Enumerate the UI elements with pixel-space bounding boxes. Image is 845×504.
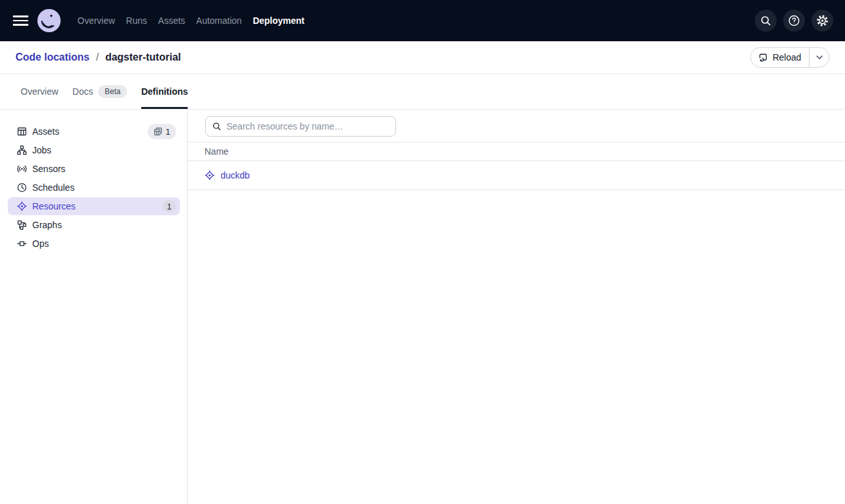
menu-icon[interactable] (13, 13, 28, 28)
nav-link-deployment[interactable]: Deployment (253, 13, 304, 28)
column-header-name: Name (204, 146, 228, 157)
jobs-icon (17, 145, 27, 155)
sidebar-item-label: Resources (32, 201, 75, 211)
sidebar-item-label: Assets (32, 126, 59, 137)
resource-link-duckdb[interactable]: duckdb (221, 170, 250, 180)
breadcrumb-separator: / (96, 52, 99, 63)
chevron-down-icon (816, 55, 823, 60)
content-area: Assets 1 (0, 110, 845, 504)
sidebar-item-graphs[interactable]: Graphs (8, 216, 180, 234)
resource-compass-icon (204, 170, 215, 180)
resources-count-badge: 1 (163, 200, 176, 213)
schedules-clock-icon (17, 182, 27, 193)
beta-badge: Beta (98, 85, 127, 98)
asset-group-icon (154, 127, 163, 136)
sidebar-item-label: Ops (32, 238, 49, 249)
tab-definitions[interactable]: Definitions (141, 74, 188, 109)
sidebar-item-ops[interactable]: Ops (8, 235, 180, 253)
nav-link-overview[interactable]: Overview (77, 13, 115, 28)
location-tabs: Overview Docs Beta Definitions (0, 74, 845, 110)
reload-split-button: Reload (750, 47, 830, 68)
sidebar-item-label: Schedules (32, 182, 74, 193)
tab-docs-label: Docs (72, 86, 93, 97)
breadcrumb-code-locations-link[interactable]: Code locations (15, 52, 90, 63)
breadcrumb: Code locations / dagster-tutorial (15, 52, 181, 63)
graphs-icon (17, 220, 27, 230)
top-nav-actions (755, 10, 833, 32)
sidebar-item-label: Sensors (32, 164, 65, 174)
sidebar-item-resources[interactable]: Resources 1 (8, 197, 180, 215)
assets-count-badge: 1 (148, 124, 176, 139)
table-row[interactable]: duckdb (188, 161, 845, 190)
ops-icon (17, 238, 27, 249)
breadcrumb-current-location: dagster-tutorial (105, 52, 181, 63)
resource-search[interactable] (205, 116, 396, 137)
help-icon[interactable] (783, 10, 805, 32)
reload-button[interactable]: Reload (751, 48, 809, 67)
reload-button-label: Reload (773, 52, 801, 63)
resources-panel: Name duckdb (188, 110, 845, 504)
search-icon (212, 122, 221, 131)
sidebar-item-assets[interactable]: Assets 1 (8, 122, 180, 141)
sidebar-item-label: Jobs (32, 145, 52, 155)
assets-table-icon (17, 126, 27, 137)
assets-count: 1 (166, 127, 170, 137)
sidebar-item-jobs[interactable]: Jobs (8, 141, 180, 159)
nav-link-assets[interactable]: Assets (158, 13, 185, 28)
reload-options-dropdown[interactable] (810, 48, 829, 67)
page-header: Code locations / dagster-tutorial Reload (0, 41, 845, 74)
definitions-sidebar: Assets 1 (0, 110, 188, 504)
top-nav-links: Overview Runs Assets Automation Deployme… (77, 13, 304, 28)
nav-link-automation[interactable]: Automation (196, 13, 242, 28)
search-icon[interactable] (755, 10, 777, 32)
search-input[interactable] (226, 121, 389, 131)
tab-overview-label: Overview (21, 86, 58, 97)
sensors-icon (17, 164, 27, 174)
sidebar-item-schedules[interactable]: Schedules (8, 179, 180, 197)
resources-compass-icon (17, 201, 27, 211)
gear-icon[interactable] (811, 10, 833, 32)
nav-link-runs[interactable]: Runs (126, 13, 147, 28)
tab-overview[interactable]: Overview (21, 74, 58, 109)
table-header: Name (188, 142, 845, 161)
tab-docs[interactable]: Docs Beta (72, 74, 127, 109)
dagster-logo[interactable] (37, 9, 61, 32)
top-nav-bar: Overview Runs Assets Automation Deployme… (0, 0, 845, 41)
sidebar-item-label: Graphs (32, 220, 62, 230)
sidebar-item-sensors[interactable]: Sensors (8, 160, 180, 178)
tab-definitions-label: Definitions (141, 86, 188, 97)
reload-icon (758, 52, 768, 63)
